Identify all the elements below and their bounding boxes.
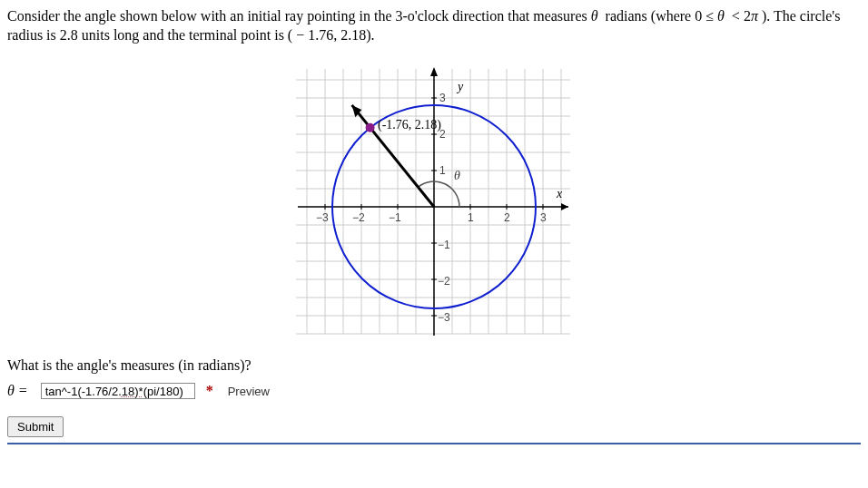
svg-text:1: 1 [439,164,446,177]
svg-text:1: 1 [468,211,474,224]
problem-line1b: radians (where 0 ≤ [602,8,717,24]
answer-value-underlined: 18)* [122,385,143,398]
problem-line1a: Consider the angle shown below with an i… [7,8,591,24]
submit-button[interactable]: Submit [7,416,64,437]
theta-symbol: θ [591,8,598,24]
answer-input[interactable]: tan^-1(-1.76/2.18)*(pi/180) [41,383,195,399]
angle-circle-diagram: −3 −2 −1 1 2 3 3 2 1 −1 −2 −3 x y θ (-1.… [280,53,588,343]
svg-text:3: 3 [439,92,446,104]
svg-text:−1: −1 [438,239,450,251]
submit-row: Submit [7,416,861,437]
pi-symbol: π [751,8,758,24]
problem-text: Consider the angle shown below with an i… [7,7,861,45]
terminal-point [366,122,375,132]
svg-text:−3: −3 [438,311,450,324]
bottom-border [7,443,861,444]
theta-equals-label: θ = [7,383,28,399]
svg-text:2: 2 [504,211,510,224]
svg-text:−1: −1 [389,211,401,224]
x-axis-label: x [556,187,563,200]
preview-button[interactable]: Preview [222,383,275,400]
problem-line1c: < 2 [728,8,751,24]
theta-symbol-2: θ [717,8,725,24]
question-text: What is the angle's measures (in radians… [7,357,861,374]
x-axis-arrow-icon [561,203,568,210]
y-axis-arrow-icon [430,67,438,76]
answer-value-rest: (pi/180) [143,385,183,398]
answer-value-part1: tan^-1(-1.76/2. [45,385,122,398]
svg-text:−2: −2 [438,275,450,288]
error-asterisk-icon: * [206,383,213,399]
terminal-point-label: (-1.76, 2.18) [378,118,441,132]
svg-text:3: 3 [540,211,547,224]
theta-label: θ [454,169,460,182]
answer-row: θ = tan^-1(-1.76/2.18)*(pi/180) * Previe… [7,383,861,400]
diagram-container: −3 −2 −1 1 2 3 3 2 1 −1 −2 −3 x y θ (-1.… [7,53,861,343]
svg-text:−3: −3 [316,211,329,224]
y-axis-label: y [456,80,464,93]
svg-text:−2: −2 [352,211,365,224]
